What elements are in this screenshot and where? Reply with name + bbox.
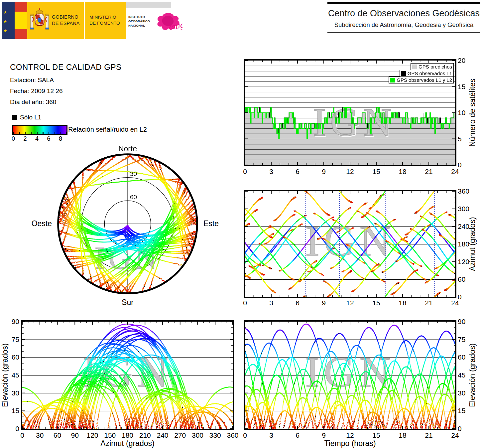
tick-label: 45 xyxy=(458,371,465,379)
tick-label: 30 xyxy=(12,389,19,397)
spain-coat-of-arms-icon xyxy=(30,6,49,34)
tick-label: 90 xyxy=(458,318,465,326)
tick-label: 8 xyxy=(59,135,62,142)
tick-label: 4 xyxy=(35,135,39,142)
tick-label: 300 xyxy=(458,205,469,213)
tick-label: 0 xyxy=(458,293,462,301)
eu-flag-band: ★ ★ ★ xyxy=(2,2,15,39)
tick-label: 15 xyxy=(372,168,380,176)
aztime-y-label: Azimut (grados) xyxy=(468,191,477,297)
tick-label: 120 xyxy=(458,258,469,266)
tick-label: 15 xyxy=(12,407,19,415)
tick-label: 3 xyxy=(269,299,273,307)
satellite-count-legend: GPS predichos GPS observados L1 GPS obse… xyxy=(389,64,454,83)
tick-label: 270 xyxy=(174,431,186,439)
predicted-label: GPS predichos xyxy=(419,64,452,70)
tick-label: 3 xyxy=(269,168,273,176)
tick-label: 60 xyxy=(458,353,465,361)
tick-label: 180 xyxy=(122,431,133,439)
azimuth-time-canvas xyxy=(245,191,455,297)
tick-label: 5 xyxy=(458,135,462,143)
center-title: Centro de Observaciones Geodésicas xyxy=(327,8,480,19)
colorbar-tick-labels: 02468 xyxy=(13,135,60,143)
observed-l1l2-label: GPS observados L1 y L2 xyxy=(397,77,452,83)
tick-label: 360 xyxy=(458,187,469,195)
report-title: CONTROL DE CALIDAD GPS xyxy=(10,63,122,72)
colorbar-minor-ticks xyxy=(13,132,66,134)
tick-label: 18 xyxy=(399,168,406,176)
report-info: CONTROL DE CALIDAD GPS Estación: SALA Fe… xyxy=(10,63,122,109)
solo-l1-legend: Sólo L1 xyxy=(12,114,41,121)
satcount-y-label: Número de satélites xyxy=(468,61,477,165)
tick-label: 0 xyxy=(458,161,462,169)
tick-label: 6 xyxy=(47,135,50,142)
tick-label: 9 xyxy=(322,168,326,176)
tick-label: 30 xyxy=(458,389,465,397)
eu-star-icon: ★ xyxy=(3,19,7,24)
solo-l1-label: Sólo L1 xyxy=(20,114,41,121)
aztime-x-ticks: 03691215182124 xyxy=(245,299,455,308)
tick-label: 6 xyxy=(296,431,300,439)
eu-star-icon: ★ xyxy=(3,28,7,33)
ministerio-box: MINISTERIO DE FOMENTO xyxy=(85,2,126,39)
tick-label: 18 xyxy=(399,431,406,439)
gobierno-label: GOBIERNO DE ESPAÑA xyxy=(52,14,80,27)
tick-label: 20 xyxy=(458,57,465,65)
tick-label: 15 xyxy=(372,299,380,307)
tick-label: 150 xyxy=(104,431,116,439)
eu-star-icon: ★ xyxy=(3,10,7,15)
tick-label: 6 xyxy=(296,168,300,176)
snr-colorbar xyxy=(12,125,67,135)
tick-label: 10 xyxy=(458,109,465,117)
cnig-logo-icon: cnig xyxy=(155,10,182,34)
elevaz-x-label: Azimut (grados) xyxy=(22,439,233,448)
satcount-x-ticks: 03691215182124 xyxy=(245,168,455,176)
instituto-label: INSTITUTO GEOGRÁFICO NACIONAL xyxy=(128,15,150,28)
tick-label: 60 xyxy=(54,431,61,439)
tick-label: 75 xyxy=(12,336,19,344)
tick-label: 12 xyxy=(346,299,354,307)
tick-label: 9 xyxy=(322,299,326,307)
tick-label: 90 xyxy=(71,431,79,439)
tick-label: 180 xyxy=(458,240,469,248)
ign-gray-bar xyxy=(126,2,171,8)
tick-label: 300 xyxy=(192,431,203,439)
tick-label: 0 xyxy=(12,135,15,142)
date-line: Fecha: 2009 12 26 xyxy=(10,87,122,95)
legend-item-observed-l1l2: GPS observados L1 y L2 xyxy=(389,76,454,83)
gps-quality-report-page: { "brand": { "gobierno": "GOBIERNO\nDE E… xyxy=(0,0,481,448)
tick-label: 330 xyxy=(209,431,221,439)
tick-label: 30 xyxy=(36,431,44,439)
compass-west-label: Oeste xyxy=(27,219,52,228)
tick-label: 12 xyxy=(346,431,354,439)
tick-label: 240 xyxy=(458,223,469,230)
spain-flag-band xyxy=(15,2,27,39)
observed-l1-label: GPS observados L1 xyxy=(408,71,452,76)
predicted-swatch xyxy=(412,65,417,69)
elevtime-x-label: Tiempo (horas) xyxy=(245,439,455,448)
elevation-time-chart xyxy=(244,320,456,430)
tick-label: 6 xyxy=(296,299,300,307)
tick-label: 60 xyxy=(458,275,465,283)
tick-label: 75 xyxy=(458,336,465,344)
compass-north-label: Norte xyxy=(111,144,144,153)
tick-label: 12 xyxy=(346,168,354,176)
observed-l1-swatch xyxy=(401,71,406,76)
tick-label: 60 xyxy=(12,353,19,361)
elevation-azimuth-canvas xyxy=(22,322,233,429)
tick-label: 18 xyxy=(399,299,406,307)
center-subtitle: Subdirección de Astronomía, Geodesia y G… xyxy=(327,21,480,29)
tick-label: 360 xyxy=(227,431,238,439)
tick-label: 3 xyxy=(269,431,273,439)
header-rule xyxy=(327,32,480,33)
ign-box: INSTITUTO GEOGRÁFICO NACIONAL cnig xyxy=(126,2,183,39)
ministerio-label: MINISTERIO DE FOMENTO xyxy=(89,14,120,26)
tick-label: 240 xyxy=(157,431,168,439)
ring-30-label: 30 xyxy=(130,170,137,178)
elevation-azimuth-chart xyxy=(21,320,234,430)
elevaz-y-label: Elevación (grados) xyxy=(1,322,10,429)
tick-label: 9 xyxy=(322,431,326,439)
tick-label: 2 xyxy=(23,135,27,142)
colorbar-label: Relación señal/ruido en L2 xyxy=(68,126,147,133)
compass-east-label: Este xyxy=(203,219,229,228)
